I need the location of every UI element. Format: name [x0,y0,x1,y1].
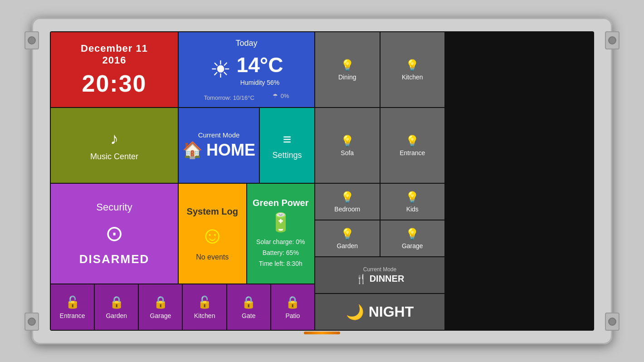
mode-home-tile[interactable]: Current Mode 🏠 HOME [179,108,259,183]
lock-garage[interactable]: 🔒 Garage [139,284,182,330]
light-dining-label: Dining [338,73,356,81]
weather-today-label: Today [235,39,257,48]
lock-gate-icon: 🔒 [241,295,256,309]
security-status: DISARMED [79,252,150,266]
date-line2: 2016 [102,54,127,66]
lock-entrance[interactable]: 🔓 Entrance [51,284,94,330]
settings-icon: ≡ [283,131,292,148]
lock-patio-icon: 🔒 [285,295,300,309]
bulb-entrance-icon: 💡 [405,135,419,147]
mode-home-label: Current Mode [198,131,240,139]
bulb-kids-icon: 💡 [405,191,419,204]
light-kids[interactable]: 💡 Kids [381,184,445,220]
bulb-sofa-icon: 💡 [341,135,354,147]
solar-charge: Solar charge: 0% [256,237,305,248]
lights-mid-group: 💡 Bedroom 💡 Kids [315,184,444,220]
battery-level: Battery: 65% [256,248,305,259]
dinner-mode-tile[interactable]: Current Mode 🍴 DINNER [315,257,444,293]
time-display: 20:30 [82,70,147,97]
lock-patio[interactable]: 🔒 Patio [271,284,314,330]
bracket-top-left [24,31,39,49]
light-garage[interactable]: 💡 Garage [381,220,445,256]
lock-entrance-label: Entrance [60,312,85,319]
mode-home-value: HOME [206,141,255,160]
security-tile[interactable]: Security ⊙ DISARMED [51,184,178,284]
night-tile[interactable]: 🌙 NIGHT [315,294,444,330]
light-entrance[interactable]: 💡 Entrance [381,108,445,183]
screen-inner: December 11 2016 20:30 Today ☀ 14°C Humi… [51,32,178,330]
lock-kitchen-icon: 🔓 [197,295,212,309]
lights-top-group: 💡 Dining 💡 Kitchen 💡 Sofa 💡 Entrance [315,32,444,183]
music-center-tile[interactable]: ♪ Music Center [51,108,178,183]
syslog-status: No events [196,253,229,261]
bulb-bedroom-icon: 💡 [341,191,354,204]
bracket-bottom-left [24,313,39,331]
row3-center: System Log ☺ No events Green Power 🔋 Sol… [179,184,314,284]
moon-icon: 🌙 [346,303,364,321]
screen: December 11 2016 20:30 Today ☀ 14°C Humi… [50,31,594,331]
row2-center: Current Mode 🏠 HOME ≡ Settings [179,108,314,183]
bracket-top-right [605,31,620,49]
date-line1: December 11 [81,43,148,54]
music-icon: ♪ [110,129,118,148]
home-icon: 🏠 [182,141,203,160]
lights-lower-group: 💡 Garden 💡 Garage [315,220,444,256]
green-power-title: Green Power [253,198,308,208]
light-kitchen-label: Kitchen [402,73,423,81]
bracket-bottom-right [605,313,620,331]
bulb-garden-icon: 💡 [341,228,354,240]
music-label: Music Center [90,152,138,161]
lock-kitchen-label: Kitchen [194,312,215,319]
night-value: NIGHT [369,303,414,320]
smiley-icon: ☺ [200,221,224,249]
time-left: Time left: 8:30h [256,259,305,269]
bulb-kitchen-icon: 💡 [405,59,419,72]
light-bedroom-label: Bedroom [334,205,360,213]
battery-icon: 🔋 [269,212,292,233]
tomorrow-forecast: Tomorrow: 10/16°C [204,94,254,101]
green-power-tile[interactable]: Green Power 🔋 Solar charge: 0% Battery: … [247,184,315,284]
dinner-mode-label: Current Mode [363,266,396,273]
light-sofa-label: Sofa [341,149,354,157]
light-kitchen[interactable]: 💡 Kitchen [381,32,445,107]
lock-patio-label: Patio [285,312,300,319]
umbrella-icon: ☂ [273,93,278,99]
security-status-icon: ⊙ [105,220,123,246]
dinner-mode-value: DINNER [370,274,405,284]
sun-icon: ☀ [210,58,231,81]
syslog-title: System Log [187,206,238,217]
device-frame: December 11 2016 20:30 Today ☀ 14°C Humi… [32,18,612,344]
lock-garden[interactable]: 🔒 Garden [95,284,138,330]
lock-garden-label: Garden [106,312,127,319]
light-sofa[interactable]: 💡 Sofa [315,108,380,183]
settings-tile[interactable]: ≡ Settings [260,108,314,183]
right-col-bottom: 💡 Bedroom 💡 Kids 💡 Garden 💡 [315,184,444,330]
lock-gate[interactable]: 🔒 Gate [227,284,270,330]
lock-garden-icon: 🔒 [109,295,124,309]
light-dining[interactable]: 💡 Dining [315,32,380,107]
settings-label: Settings [272,151,302,160]
security-title: Security [96,201,132,213]
bulb-garage-icon: 💡 [405,228,419,240]
connector-strip [304,332,340,334]
lock-garage-label: Garage [150,312,171,319]
rain-chance: 0% [281,93,289,99]
light-garden-label: Garden [337,242,358,249]
lock-entrance-icon: 🔓 [65,295,80,309]
bulb-dining-icon: 💡 [341,59,354,72]
light-bedroom[interactable]: 💡 Bedroom [315,184,380,220]
syslog-tile[interactable]: System Log ☺ No events [179,184,246,284]
weather-tile[interactable]: Today ☀ 14°C Humidity 56% Tomorrow: 10/1… [179,32,314,107]
fork-knife-icon: 🍴 [356,274,367,284]
datetime-tile[interactable]: December 11 2016 20:30 [51,32,178,107]
light-entrance-label: Entrance [400,149,425,157]
light-garage-label: Garage [402,242,423,249]
light-garden[interactable]: 💡 Garden [315,220,380,256]
lock-kitchen[interactable]: 🔓 Kitchen [183,284,226,330]
lock-gate-label: Gate [242,312,255,319]
light-kids-label: Kids [406,205,419,213]
humidity: Humidity 56% [237,79,283,86]
locks-row: 🔓 Entrance 🔒 Garden 🔒 Garage 🔓 Kitchen 🔒 [51,284,314,330]
temperature: 14°C [237,53,283,77]
lock-garage-icon: 🔒 [153,295,168,309]
